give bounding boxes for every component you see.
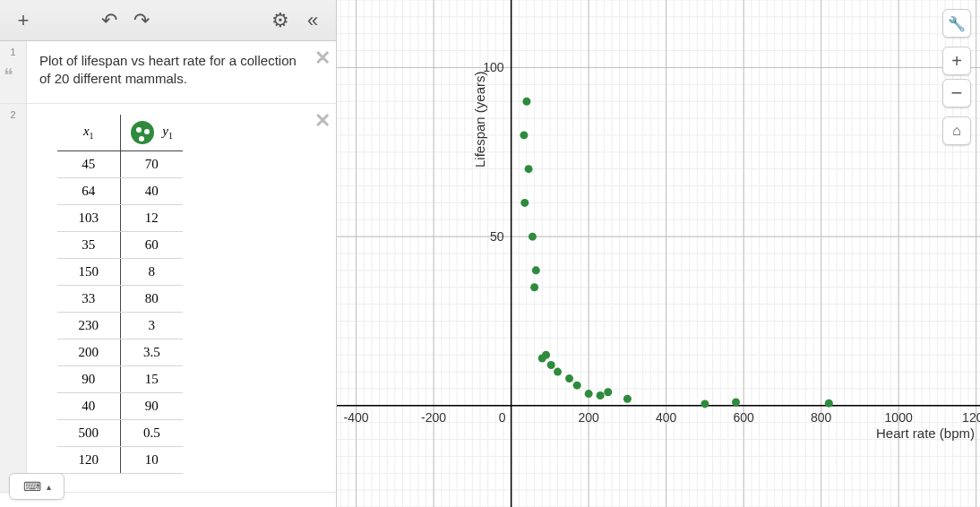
collapse-panel-button[interactable]: « xyxy=(297,4,329,37)
graph-area[interactable]: -400-20002004006008001000120050100Heart … xyxy=(337,0,980,507)
table-row[interactable]: 2003.5 xyxy=(57,339,183,365)
table-row[interactable]: 3560 xyxy=(57,231,183,258)
svg-text:1200: 1200 xyxy=(962,410,980,425)
undo-button[interactable]: ↶ xyxy=(93,4,125,37)
wrench-icon: 🔧 xyxy=(948,15,966,32)
table-cell[interactable]: 200 xyxy=(57,339,120,365)
table-cell[interactable]: 3.5 xyxy=(120,339,183,365)
table-row[interactable]: 6440 xyxy=(57,177,183,204)
table-cell[interactable]: 15 xyxy=(120,365,183,392)
quote-icon: ❝ xyxy=(4,64,13,86)
data-point[interactable] xyxy=(525,165,533,173)
data-point[interactable] xyxy=(825,400,833,408)
table-row[interactable]: 9015 xyxy=(57,365,183,392)
table-cell[interactable]: 35 xyxy=(57,231,120,258)
table-header-x[interactable]: x1 xyxy=(57,115,120,150)
data-point[interactable] xyxy=(597,391,605,400)
svg-text:0: 0 xyxy=(499,410,506,425)
table-row[interactable]: 12010 xyxy=(57,446,183,473)
table-row[interactable]: 1508 xyxy=(57,258,183,285)
row-index: 2 xyxy=(0,104,27,492)
table-cell[interactable]: 500 xyxy=(57,419,120,446)
delete-row-button[interactable]: ✕ xyxy=(314,109,331,133)
data-point[interactable] xyxy=(538,354,546,362)
table-row[interactable]: 10312 xyxy=(57,204,183,231)
svg-text:-200: -200 xyxy=(421,410,446,425)
data-point[interactable] xyxy=(522,98,530,106)
home-button[interactable]: ⌂ xyxy=(942,116,971,145)
data-point[interactable] xyxy=(585,390,593,398)
table-cell[interactable]: 10 xyxy=(120,446,183,473)
table-cell[interactable]: 90 xyxy=(120,392,183,419)
table-cell[interactable]: 33 xyxy=(57,285,120,312)
svg-text:1000: 1000 xyxy=(885,410,913,425)
table-cell[interactable]: 70 xyxy=(120,150,183,177)
y-axis-label: Lifespan (years) xyxy=(472,71,487,168)
table-header-y[interactable]: y1 xyxy=(120,115,183,150)
keyboard-icon: ⌨ xyxy=(23,479,41,494)
svg-text:400: 400 xyxy=(656,410,677,425)
series-color-icon[interactable] xyxy=(131,121,154,144)
x-axis-label: Heart rate (bpm) xyxy=(876,425,975,441)
table-cell[interactable]: 103 xyxy=(57,204,120,231)
table-cell[interactable]: 230 xyxy=(57,312,120,339)
chevron-up-icon: ▴ xyxy=(47,482,51,492)
data-point[interactable] xyxy=(520,199,529,207)
data-point[interactable] xyxy=(530,283,538,291)
data-point[interactable] xyxy=(701,400,709,408)
table-cell[interactable]: 120 xyxy=(57,446,120,473)
table-row[interactable]: 5000.5 xyxy=(57,419,183,446)
settings-button[interactable]: ⚙ xyxy=(264,4,297,37)
add-expression-button[interactable]: + xyxy=(7,4,39,37)
table-row[interactable]: 3380 xyxy=(57,285,183,312)
table-cell[interactable]: 64 xyxy=(57,177,120,204)
data-point[interactable] xyxy=(573,382,581,390)
table-cell[interactable]: 12 xyxy=(120,204,183,231)
data-point[interactable] xyxy=(565,374,573,382)
zoom-out-button[interactable]: − xyxy=(942,79,971,107)
graph-settings-button[interactable]: 🔧 xyxy=(942,9,971,38)
table-row[interactable]: 4090 xyxy=(57,392,183,419)
delete-row-button[interactable]: ✕ xyxy=(314,47,331,70)
home-icon: ⌂ xyxy=(952,123,961,139)
svg-text:50: 50 xyxy=(490,229,504,244)
table-cell[interactable]: 150 xyxy=(57,258,120,285)
table-cell[interactable]: 90 xyxy=(57,365,120,392)
expression-row-note[interactable]: 1 ❝ ✕ Plot of lifespan vs heart rate for… xyxy=(0,41,336,104)
svg-text:200: 200 xyxy=(578,410,599,425)
zoom-in-button[interactable]: + xyxy=(942,47,971,75)
table-row[interactable]: 2303 xyxy=(57,312,183,339)
table-cell[interactable]: 40 xyxy=(57,392,120,419)
table-cell[interactable]: 80 xyxy=(120,285,183,312)
table-cell[interactable]: 60 xyxy=(120,231,183,258)
redo-button[interactable]: ↷ xyxy=(125,4,158,37)
plus-icon: + xyxy=(951,51,962,72)
data-table[interactable]: x1 y1 457064401031235601508338023032003.… xyxy=(57,115,183,474)
data-point[interactable] xyxy=(532,266,540,274)
svg-text:600: 600 xyxy=(733,410,754,425)
note-text: Plot of lifespan vs heart rate for a col… xyxy=(39,52,309,89)
expression-row-table[interactable]: 2 ✕ x1 y1 xyxy=(0,104,336,493)
data-point[interactable] xyxy=(547,361,555,369)
table-cell[interactable]: 3 xyxy=(120,312,183,339)
data-point[interactable] xyxy=(529,233,537,241)
svg-text:800: 800 xyxy=(811,410,832,425)
expression-toolbar: + ↶ ↷ ⚙ « xyxy=(0,0,336,41)
data-point[interactable] xyxy=(732,399,740,407)
minus-icon: − xyxy=(951,82,963,105)
table-cell[interactable]: 40 xyxy=(120,177,183,204)
table-cell[interactable]: 8 xyxy=(120,258,183,285)
svg-text:-400: -400 xyxy=(344,410,369,425)
table-cell[interactable]: 0.5 xyxy=(120,419,183,446)
data-point[interactable] xyxy=(520,131,528,139)
data-point[interactable] xyxy=(604,388,612,396)
table-cell[interactable]: 45 xyxy=(57,150,120,177)
data-point[interactable] xyxy=(554,368,562,376)
table-row[interactable]: 4570 xyxy=(57,150,183,177)
data-point[interactable] xyxy=(623,395,632,403)
keyboard-toggle-button[interactable]: ⌨ ▴ xyxy=(9,473,64,500)
